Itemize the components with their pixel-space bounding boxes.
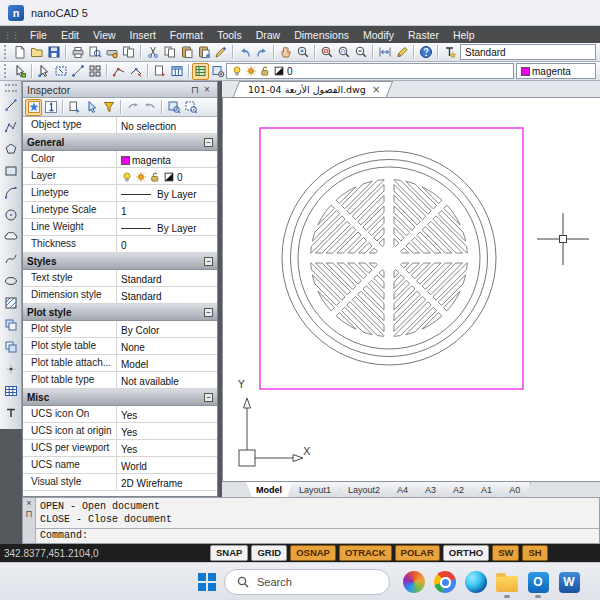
plot-icon[interactable] xyxy=(69,44,86,61)
layout-tab-a1[interactable]: A1 xyxy=(471,482,503,497)
zoom-prev-icon[interactable] xyxy=(182,99,199,116)
arc-icon[interactable] xyxy=(2,182,20,204)
toolbar-grip-icon[interactable] xyxy=(5,84,17,92)
property-value[interactable]: None xyxy=(117,338,217,354)
layer-combo[interactable]: 0 xyxy=(226,63,514,79)
toggle-ortho[interactable]: ORTHO xyxy=(443,545,489,561)
taskbar-search[interactable]: Search xyxy=(224,569,390,595)
plot-settings-icon[interactable] xyxy=(103,44,120,61)
menu-file[interactable]: File xyxy=(23,26,54,43)
paste-icon[interactable] xyxy=(178,44,195,61)
preview-icon[interactable] xyxy=(86,44,103,61)
select-box-icon[interactable] xyxy=(52,63,69,80)
toggle-osnap[interactable]: OSNAP xyxy=(290,545,336,561)
property-value[interactable]: World xyxy=(117,457,217,473)
property-value[interactable]: Standard xyxy=(117,287,217,303)
selection-icon[interactable] xyxy=(11,63,28,80)
copy-icon[interactable] xyxy=(161,44,178,61)
zoom-sel-icon[interactable] xyxy=(165,99,182,116)
property-value[interactable]: 0 xyxy=(117,236,217,252)
open-icon[interactable] xyxy=(28,44,45,61)
layout-tab-layout2[interactable]: Layout2 xyxy=(338,482,391,497)
menu-insert[interactable]: Insert xyxy=(123,26,163,43)
ellipse-icon[interactable] xyxy=(2,270,20,292)
point-icon[interactable] xyxy=(2,358,20,380)
toggle-sh[interactable]: SH xyxy=(522,545,547,561)
arrow-r-icon[interactable] xyxy=(141,99,158,116)
block-in-icon[interactable] xyxy=(151,63,168,80)
menu-draw[interactable]: Draw xyxy=(249,26,288,43)
property-value[interactable]: Standard xyxy=(117,270,217,286)
menu-format[interactable]: Format xyxy=(163,26,210,43)
layout-tab-layout1[interactable]: Layout1 xyxy=(289,482,342,497)
text-style-icon[interactable] xyxy=(441,44,458,61)
chrome-app-icon[interactable] xyxy=(433,570,457,594)
layout-tab-a0[interactable]: A0 xyxy=(499,482,531,497)
section-general[interactable]: General− xyxy=(23,134,217,151)
layout-tab-model[interactable]: Model xyxy=(246,482,293,497)
line-icon[interactable] xyxy=(2,94,20,116)
property-value[interactable]: Not available xyxy=(117,372,217,388)
property-value[interactable]: 0 xyxy=(117,168,217,184)
property-value[interactable]: Yes xyxy=(117,423,217,439)
batch-plot-icon[interactable] xyxy=(120,44,137,61)
outlook-app-icon[interactable]: O xyxy=(526,570,550,594)
pan-icon[interactable] xyxy=(277,44,294,61)
pin-icon[interactable]: ⊓ xyxy=(189,84,201,96)
collapse-icon[interactable]: − xyxy=(204,393,213,402)
zoom-realtime-icon[interactable] xyxy=(294,44,311,61)
section-misc[interactable]: Misc− xyxy=(23,389,217,406)
zoom-window-icon[interactable] xyxy=(318,44,335,61)
word-app-icon[interactable]: W xyxy=(557,570,581,594)
cut-icon[interactable] xyxy=(144,44,161,61)
fit-width-icon[interactable] xyxy=(376,44,393,61)
property-value[interactable]: By Color xyxy=(117,321,217,337)
toggle-polar[interactable]: POLAR xyxy=(395,545,440,561)
section-plot-style[interactable]: Plot style− xyxy=(23,304,217,321)
property-value[interactable]: magenta xyxy=(117,151,217,167)
spline-icon[interactable] xyxy=(2,248,20,270)
document-close-icon[interactable]: × xyxy=(372,84,380,95)
property-value[interactable]: Yes xyxy=(117,440,217,456)
edge-app-icon[interactable] xyxy=(464,570,488,594)
layer-states-icon[interactable] xyxy=(209,63,226,80)
cursor-blue-icon[interactable] xyxy=(83,99,100,116)
new-icon[interactable] xyxy=(11,44,28,61)
windows-start-icon[interactable] xyxy=(198,573,216,591)
circle-icon[interactable] xyxy=(2,204,20,226)
help-icon[interactable] xyxy=(417,44,434,61)
hatch-icon[interactable] xyxy=(2,292,20,314)
toggle-grid[interactable]: GRID xyxy=(251,545,287,561)
format-brush-icon[interactable] xyxy=(212,44,229,61)
zoom-out-icon[interactable] xyxy=(352,44,369,61)
menu-tools[interactable]: Tools xyxy=(210,26,249,43)
menu-dimensions[interactable]: Dimensions xyxy=(287,26,356,43)
menu-modify[interactable]: Modify xyxy=(356,26,401,43)
rectangle-icon[interactable] xyxy=(2,160,20,182)
prop-star-icon[interactable] xyxy=(25,99,42,116)
collapse-icon[interactable]: − xyxy=(204,257,213,266)
node-insert-icon[interactable] xyxy=(110,63,127,80)
property-value[interactable]: Yes xyxy=(117,406,217,422)
table-icon[interactable] xyxy=(2,380,20,402)
paste-special-icon[interactable] xyxy=(195,44,212,61)
measure-icon[interactable] xyxy=(69,63,86,80)
property-value[interactable]: By Layer xyxy=(117,219,217,235)
layout-tab-a3[interactable]: A3 xyxy=(415,482,447,497)
menu-view[interactable]: View xyxy=(86,26,123,43)
property-value[interactable]: 1 xyxy=(117,202,217,218)
pinwheel-app-icon[interactable] xyxy=(402,570,426,594)
region-icon[interactable] xyxy=(2,314,20,336)
grips-icon[interactable] xyxy=(35,63,52,80)
toggle-otrack[interactable]: OTRACK xyxy=(339,545,392,561)
layers-icon[interactable] xyxy=(192,63,209,80)
section-styles[interactable]: Styles− xyxy=(23,253,217,270)
edit-pencil-icon[interactable] xyxy=(393,44,410,61)
polyline-icon[interactable] xyxy=(2,116,20,138)
text-style-combo[interactable]: Standard xyxy=(460,44,596,60)
node-trim-icon[interactable] xyxy=(127,63,144,80)
zoom-dynamic-icon[interactable] xyxy=(335,44,352,61)
layout-tab-a2[interactable]: A2 xyxy=(443,482,475,497)
collapse-icon[interactable]: − xyxy=(204,138,213,147)
calendar-icon[interactable] xyxy=(168,63,185,80)
